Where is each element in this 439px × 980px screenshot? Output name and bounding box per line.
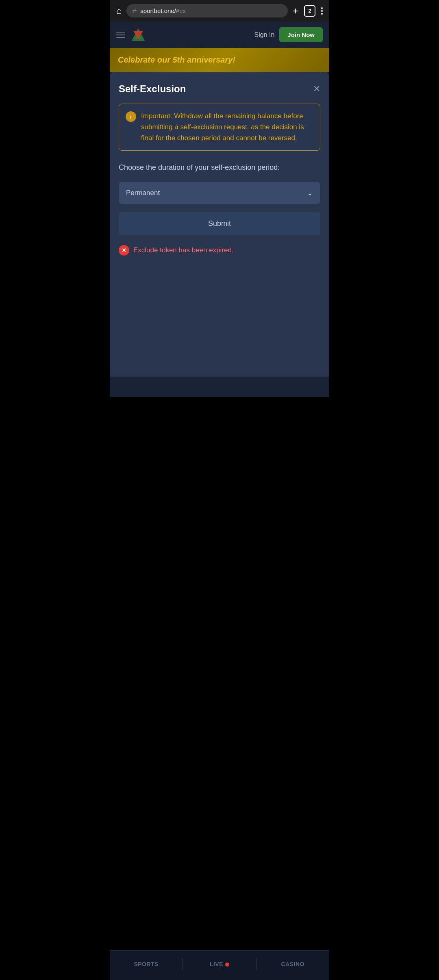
site-logo[interactable] bbox=[131, 28, 146, 42]
duration-select[interactable]: Permanent ⌄ bbox=[119, 182, 320, 204]
select-value: Permanent bbox=[126, 189, 160, 197]
nav-sports[interactable]: SPORTS bbox=[110, 961, 183, 967]
casino-label: CASINO bbox=[281, 961, 304, 967]
modal-close-button[interactable]: ✕ bbox=[313, 85, 320, 93]
browser-menu-button[interactable] bbox=[321, 7, 323, 15]
info-icon: i bbox=[126, 111, 136, 122]
nav-casino[interactable]: CASINO bbox=[256, 961, 329, 967]
error-text: Exclude token has been expired. bbox=[133, 246, 234, 254]
banner-text: Celebrate our 5th anniversary! bbox=[118, 55, 235, 64]
error-icon: ✕ bbox=[119, 245, 129, 256]
live-label: LIVE bbox=[210, 961, 229, 967]
nav-live[interactable]: LIVE bbox=[183, 961, 256, 967]
main-content: Self-Exclusion ✕ i Important: Withdraw a… bbox=[110, 72, 329, 397]
self-exclusion-modal: Self-Exclusion ✕ i Important: Withdraw a… bbox=[110, 72, 329, 377]
new-tab-button[interactable]: + bbox=[293, 5, 298, 17]
modal-header: Self-Exclusion ✕ bbox=[119, 83, 320, 95]
duration-label: Choose the duration of your self-exclusi… bbox=[119, 162, 320, 173]
url-bar[interactable]: ⇄ sportbet.one/#ex bbox=[126, 4, 288, 17]
hamburger-menu[interactable] bbox=[116, 32, 125, 38]
warning-box: i Important: Withdraw all the remaining … bbox=[119, 104, 320, 151]
url-text: sportbet.one/#ex bbox=[140, 7, 186, 14]
chevron-down-icon: ⌄ bbox=[307, 189, 313, 197]
sign-in-button[interactable]: Sign In bbox=[254, 31, 275, 39]
live-indicator-dot bbox=[225, 963, 229, 967]
anniversary-banner: Celebrate our 5th anniversary! bbox=[110, 48, 329, 72]
header-right: Sign In Join Now bbox=[254, 27, 323, 42]
browser-chrome: ⌂ ⇄ sportbet.one/#ex + 2 bbox=[110, 0, 329, 22]
warning-text: Important: Withdraw all the remaining ba… bbox=[141, 111, 313, 144]
browser-actions: + 2 bbox=[293, 5, 323, 17]
submit-button[interactable]: Submit bbox=[119, 212, 320, 235]
url-security-icon: ⇄ bbox=[132, 8, 137, 14]
error-message-row: ✕ Exclude token has been expired. bbox=[119, 243, 320, 257]
home-icon[interactable]: ⌂ bbox=[116, 6, 122, 16]
header-left bbox=[116, 28, 146, 42]
join-now-button[interactable]: Join Now bbox=[279, 27, 323, 42]
bottom-nav: SPORTS LIVE CASINO bbox=[110, 950, 329, 980]
modal-title: Self-Exclusion bbox=[119, 83, 186, 95]
site-header: Sign In Join Now bbox=[110, 22, 329, 48]
sports-label: SPORTS bbox=[134, 961, 159, 967]
tabs-button[interactable]: 2 bbox=[304, 5, 315, 17]
